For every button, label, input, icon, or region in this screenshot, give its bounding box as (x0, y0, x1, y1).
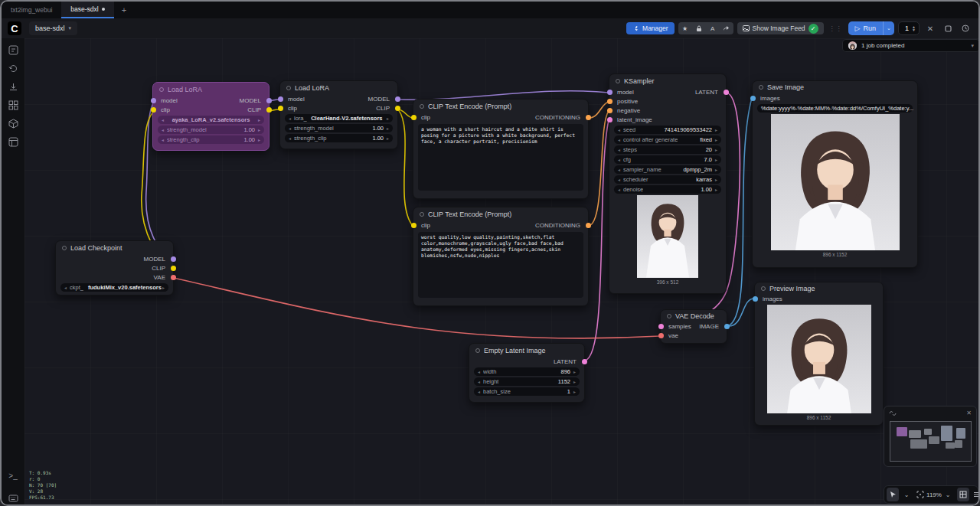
node-collapse-dot[interactable] (159, 87, 164, 92)
node-ksampler[interactable]: KSampler model LATENT positive negative … (609, 73, 727, 294)
export-icon[interactable] (6, 80, 20, 93)
output-port-latent[interactable] (724, 90, 729, 95)
widget-steps[interactable]: ◂ steps 20 ▸ (614, 145, 721, 154)
input-port-clip[interactable] (411, 223, 416, 228)
output-port-clip[interactable] (171, 266, 176, 271)
widget-next-icon[interactable]: ▸ (387, 135, 389, 141)
feed-toggle-on-icon[interactable]: ✓ (808, 24, 818, 34)
input-port-images[interactable] (753, 296, 758, 302)
input-port-clip[interactable] (151, 107, 156, 113)
minimap-toggle-button[interactable] (957, 488, 969, 501)
output-port-model[interactable] (395, 96, 400, 102)
widget-next-icon[interactable]: ▸ (715, 147, 717, 152)
model-library-icon[interactable] (6, 116, 20, 130)
node-collapse-dot[interactable] (759, 85, 763, 90)
widget-next-icon[interactable]: ▸ (715, 157, 717, 162)
input-port-clip[interactable] (278, 106, 283, 111)
widget-prev-icon[interactable]: ◂ (478, 369, 480, 374)
widget-prev-icon[interactable]: ◂ (618, 177, 620, 182)
widget-next-icon[interactable]: ▸ (258, 127, 260, 132)
widget-width[interactable]: ◂ width 896 ▸ (474, 367, 580, 376)
input-port-model[interactable] (278, 96, 283, 102)
widget-scheduler[interactable]: ◂ scheduler karras ▸ (614, 175, 721, 184)
widget-prev-icon[interactable]: ◂ (618, 147, 620, 152)
widget-next-icon[interactable]: ▸ (258, 117, 260, 122)
widget-next-icon[interactable]: ▸ (715, 127, 717, 132)
node-collapse-dot[interactable] (667, 314, 671, 318)
output-port-model[interactable] (171, 256, 176, 262)
input-port-images[interactable] (750, 96, 756, 101)
widget-next-icon[interactable]: ▸ (715, 187, 717, 192)
widget-cfg[interactable]: ◂ cfg 7.0 ▸ (614, 155, 721, 164)
prompt-textarea[interactable]: a woman with a short haircut and a white… (418, 124, 583, 191)
run-button[interactable]: ▷ Run (848, 21, 883, 35)
widget-next-icon[interactable]: ▸ (162, 285, 165, 290)
new-tab-button[interactable]: + (114, 2, 134, 18)
widget-seed[interactable]: ◂ seed 741419069533422 ▸ (614, 126, 721, 134)
widget-ckpt-name[interactable]: ◂ ckpt_ fudukiMix_v20.safetensors ▸ (60, 283, 168, 292)
input-port-model[interactable] (151, 98, 156, 103)
workflow-selector[interactable]: base-sdxl ▾ (29, 21, 77, 35)
widget-strength-model[interactable]: ◂ strength_model 1.00 ▸ (285, 124, 393, 132)
widget-height[interactable]: ◂ height 1152 ▸ (474, 377, 580, 386)
widget-next-icon[interactable]: ▸ (715, 167, 717, 172)
widget-next-icon[interactable]: ▸ (573, 369, 576, 374)
tab-base-sdxl[interactable]: base-sdxl (61, 2, 113, 18)
widget-strength-model[interactable]: ◂ strength_model 1.00 ▸ (158, 126, 264, 134)
pointer-tool-button[interactable] (887, 488, 899, 501)
node-collapse-dot[interactable] (420, 104, 424, 109)
fit-view-button[interactable] (914, 488, 926, 501)
link-visibility-icon[interactable] (889, 406, 897, 419)
zoom-level[interactable]: 119% (928, 488, 940, 501)
node-collapse-dot[interactable] (62, 246, 67, 250)
node-collapse-dot[interactable] (286, 86, 291, 90)
drag-handle-icon[interactable]: ⋮⋮ (828, 25, 844, 32)
panel-toggle-button[interactable] (971, 488, 980, 501)
widget-strength-clip[interactable]: ◂ strength_clip 1.00 ▸ (158, 135, 264, 144)
node-collapse-dot[interactable] (616, 79, 620, 83)
node-load-checkpoint[interactable]: Load Checkpoint MODEL CLIP VAE ◂ ckpt_ f… (55, 240, 174, 295)
node-clip-text-encode-negative[interactable]: CLIP Text Encode (Prompt) clip CONDITION… (413, 207, 589, 306)
widget-prev-icon[interactable]: ◂ (162, 117, 164, 122)
prompt-textarea[interactable]: worst quality,low quality,painting,sketc… (418, 232, 583, 298)
node-collapse-dot[interactable] (761, 286, 766, 291)
comfyui-logo[interactable]: C (8, 21, 21, 35)
clear-queue-button[interactable]: ✕ (923, 21, 937, 35)
widget-lora-name[interactable]: ◂ lora_ ClearHand-V2.safetensors ▸ (285, 114, 393, 122)
widget-prev-icon[interactable]: ◂ (618, 187, 620, 192)
widget-prev-icon[interactable]: ◂ (618, 167, 620, 172)
widget-batch-size[interactable]: ◂ batch_size 1 ▸ (474, 387, 580, 396)
output-port-image[interactable] (724, 324, 730, 329)
input-port-positive[interactable] (607, 99, 612, 104)
node-vae-decode[interactable]: VAE Decode samples IMAGE vae (660, 309, 727, 344)
input-port-clip[interactable] (411, 115, 416, 120)
share-icon[interactable] (720, 22, 733, 34)
widget-prev-icon[interactable]: ◂ (289, 126, 291, 131)
zoom-options-chevron[interactable]: ⌄ (942, 488, 954, 501)
output-port-vae[interactable] (171, 275, 176, 280)
tab-txt2img-webui[interactable]: txt2img_webui (2, 2, 61, 18)
widget-next-icon[interactable]: ▸ (573, 379, 576, 384)
widget-prev-icon[interactable]: ◂ (618, 157, 620, 162)
templates-icon[interactable] (6, 135, 20, 149)
batch-count-stepper[interactable]: 1 ▲▼ (898, 21, 920, 35)
minimap-close-icon[interactable]: ✕ (966, 410, 972, 416)
widget-next-icon[interactable]: ▸ (387, 126, 389, 131)
input-port-negative[interactable] (607, 108, 612, 113)
preview-image-content[interactable] (767, 305, 871, 413)
manager-button[interactable]: Manager (626, 22, 675, 34)
node-load-lora[interactable]: Load LoRA model MODEL clip CLIP ◂ lora_ … (279, 80, 398, 149)
widget-lora-name[interactable]: ◂ ayaka_LoRA_v2.safetensors ▸ (158, 116, 264, 124)
chevron-down-icon[interactable]: ▾ (971, 43, 974, 49)
widget-prev-icon[interactable]: ◂ (289, 116, 291, 121)
widget-prev-icon[interactable]: ◂ (64, 285, 67, 290)
input-port-vae[interactable] (658, 333, 664, 338)
node-clip-text-encode-positive[interactable]: CLIP Text Encode (Prompt) clip CONDITION… (413, 99, 589, 199)
widget-prev-icon[interactable]: ◂ (162, 137, 164, 142)
node-load-lora-bypassed[interactable]: Load LoRA model MODEL clip CLIP ◂ ayaka_… (152, 82, 270, 151)
output-port-model[interactable] (266, 98, 272, 103)
widget-prev-icon[interactable]: ◂ (289, 135, 291, 141)
stepper-arrows-icon[interactable]: ▲▼ (912, 25, 916, 31)
node-collapse-dot[interactable] (420, 212, 424, 217)
widget-prev-icon[interactable]: ◂ (478, 389, 480, 394)
